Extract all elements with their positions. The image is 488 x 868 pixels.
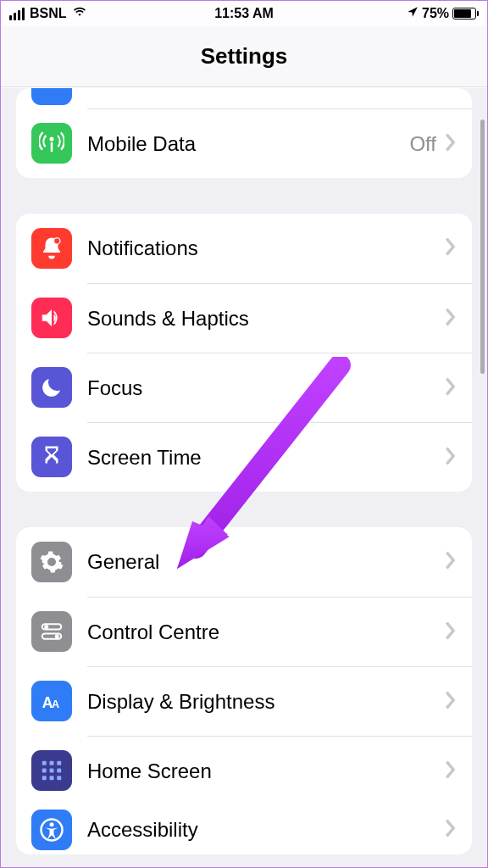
chevron-right-icon: [445, 691, 457, 713]
settings-row-home-screen[interactable]: Home Screen: [16, 736, 472, 805]
svg-rect-11: [50, 769, 54, 773]
svg-rect-15: [57, 776, 61, 780]
svg-point-17: [50, 822, 54, 826]
settings-row-mobile-data[interactable]: Mobile Data Off: [16, 108, 472, 178]
svg-rect-9: [57, 761, 61, 765]
moon-icon: [31, 367, 72, 408]
svg-rect-8: [50, 761, 54, 765]
page-title: Settings: [201, 43, 288, 70]
svg-point-2: [44, 625, 48, 629]
chevron-right-icon: [445, 308, 457, 330]
switches-icon: [31, 611, 72, 652]
chevron-right-icon: [445, 237, 457, 259]
settings-row-control-centre[interactable]: Control Centre: [16, 597, 472, 666]
row-label: Focus: [87, 376, 445, 400]
row-value: Off: [409, 132, 436, 156]
battery-pct-label: 75%: [422, 6, 449, 21]
settings-row-display-brightness[interactable]: AA Display & Brightness: [16, 666, 472, 736]
antenna-icon: [31, 123, 72, 164]
settings-group-alerts: Notifications Sounds & Haptics Focus: [16, 214, 472, 492]
chevron-right-icon: [445, 621, 457, 643]
row-label: Control Centre: [87, 620, 445, 644]
svg-rect-14: [50, 776, 54, 780]
svg-rect-12: [57, 769, 61, 773]
chevron-right-icon: [445, 447, 457, 469]
scroll-indicator: [480, 120, 485, 374]
row-label: Home Screen: [87, 760, 445, 783]
row-label: Sounds & Haptics: [87, 307, 445, 331]
svg-rect-7: [42, 761, 47, 765]
chevron-right-icon: [445, 760, 457, 782]
row-label: Display & Brightness: [87, 690, 445, 714]
row-label: Accessibility: [87, 818, 445, 842]
settings-list[interactable]: Mobile Data Off Notifications: [1, 88, 487, 867]
svg-text:A: A: [52, 698, 59, 710]
textsize-icon: AA: [31, 681, 72, 721]
settings-row-focus[interactable]: Focus: [16, 353, 472, 422]
clock-label: 11:53 AM: [166, 6, 323, 21]
wifi-icon: [72, 6, 87, 21]
svg-rect-13: [42, 776, 47, 780]
row-label: General: [87, 550, 445, 574]
bell-icon: [31, 228, 72, 269]
chevron-right-icon: [445, 551, 457, 573]
svg-point-0: [54, 238, 61, 245]
settings-row-screen-time[interactable]: Screen Time: [16, 422, 472, 492]
app-icon: [31, 88, 72, 105]
settings-row-previous[interactable]: [16, 88, 472, 108]
svg-rect-10: [42, 769, 47, 773]
chevron-right-icon: [445, 133, 457, 155]
settings-row-sounds[interactable]: Sounds & Haptics: [16, 283, 472, 353]
hourglass-icon: [31, 437, 72, 477]
chevron-right-icon: [445, 819, 457, 841]
status-bar: BSNL 11:53 AM 75%: [1, 1, 487, 26]
settings-row-notifications[interactable]: Notifications: [16, 214, 472, 283]
svg-point-4: [55, 634, 59, 638]
row-label: Mobile Data: [87, 132, 409, 156]
settings-group-general: General Control Centre AA Display & B: [16, 527, 472, 854]
header: Settings: [1, 26, 487, 87]
gear-icon: [31, 542, 72, 582]
accessibility-icon: [31, 810, 72, 850]
row-label: Notifications: [87, 236, 445, 260]
signal-bars-icon: [9, 8, 25, 20]
grid-icon: [31, 750, 72, 791]
settings-group-connectivity: Mobile Data Off: [16, 88, 472, 178]
carrier-label: BSNL: [30, 6, 67, 21]
chevron-right-icon: [445, 377, 457, 399]
speaker-icon: [31, 298, 72, 338]
row-label: Screen Time: [87, 446, 445, 470]
location-icon: [407, 6, 419, 21]
settings-row-accessibility[interactable]: Accessibility: [16, 805, 472, 854]
battery-icon: [452, 8, 479, 19]
settings-row-general[interactable]: General: [16, 527, 472, 597]
